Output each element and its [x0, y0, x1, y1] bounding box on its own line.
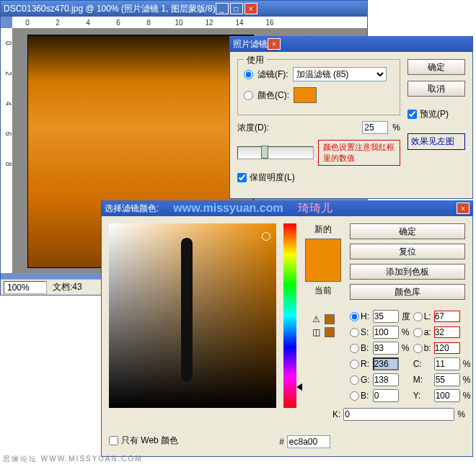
color-radio[interactable]: [244, 91, 253, 100]
l-radio[interactable]: L:: [413, 311, 431, 321]
hue-slider[interactable]: [283, 223, 296, 408]
hint-annotation: 颜色设置注意我红框里的数值: [318, 140, 400, 166]
document-titlebar[interactable]: DSC01360sz470.jpg @ 100% (照片滤镜 1, 图层蒙版/8…: [1, 1, 367, 17]
b-radio[interactable]: B:: [350, 343, 370, 353]
color-picker-title: 选择滤镜颜色:: [105, 203, 159, 215]
y-input[interactable]: [434, 389, 460, 402]
a-input[interactable]: [434, 326, 460, 338]
hint-right: 效果见左图: [407, 133, 465, 150]
minimize-button[interactable]: _: [216, 3, 229, 14]
density-label: 浓度(D):: [237, 122, 269, 134]
color-picker-dialog: 选择滤镜颜色: www.missyuan.com 琦琦儿 × 新的 当前 ⚠ ◫…: [101, 200, 473, 457]
g-input[interactable]: [373, 373, 399, 386]
photo-filter-titlebar[interactable]: 照片滤镜 ×: [230, 36, 472, 52]
c-input[interactable]: [434, 357, 460, 370]
gamut-swatch[interactable]: [325, 314, 335, 324]
density-slider[interactable]: [237, 146, 314, 159]
photo-filter-title: 照片滤镜: [233, 38, 268, 50]
c-label: C:: [413, 359, 431, 369]
close-button[interactable]: ×: [268, 38, 281, 50]
current-label: 当前: [314, 285, 332, 297]
b-input[interactable]: [373, 342, 399, 355]
filter-label: 滤镜(F):: [257, 68, 288, 81]
preview-checkbox[interactable]: [407, 110, 417, 119]
color-library-button[interactable]: 颜色库: [350, 284, 465, 300]
lab-b-input[interactable]: [434, 342, 460, 354]
preserve-luminosity-checkbox[interactable]: [237, 173, 247, 182]
color-label: 颜色(C):: [257, 89, 289, 102]
websafe-swatch[interactable]: [325, 327, 335, 337]
hue-thumb[interactable]: [296, 383, 302, 391]
new-label: 新的: [314, 223, 332, 236]
m-label: M:: [413, 375, 431, 385]
color-swatch[interactable]: [294, 87, 317, 103]
close-button[interactable]: ×: [457, 203, 470, 214]
m-input[interactable]: [434, 373, 460, 386]
gamut-warning-icon[interactable]: ⚠: [312, 314, 322, 324]
web-only-label: 只有 Web 颜色: [121, 435, 178, 447]
author-text: 琦琦儿: [298, 201, 332, 216]
doc-info: 文档:43: [53, 281, 82, 293]
percent-label: %: [392, 123, 400, 133]
hex-input[interactable]: [287, 435, 330, 448]
color-field[interactable]: [109, 223, 276, 408]
color-field-marker[interactable]: [262, 232, 270, 241]
ok-button[interactable]: 确定: [350, 223, 465, 239]
close-button[interactable]: ×: [244, 3, 257, 14]
k-label: K:: [332, 409, 340, 419]
h-radio[interactable]: H:: [350, 311, 370, 321]
web-only-checkbox[interactable]: [109, 436, 118, 445]
k-input[interactable]: [343, 408, 454, 421]
slider-thumb[interactable]: [261, 146, 268, 159]
density-input[interactable]: [362, 121, 388, 134]
y-label: Y:: [413, 391, 431, 401]
zoom-input[interactable]: 100%: [4, 281, 47, 294]
color-picker-titlebar[interactable]: 选择滤镜颜色: www.missyuan.com 琦琦儿 ×: [102, 200, 472, 216]
cancel-button[interactable]: 取消: [407, 81, 465, 97]
lab-b-radio[interactable]: b:: [413, 343, 431, 353]
filter-radio[interactable]: [244, 70, 253, 79]
watermark-text: www.missyuan.com: [173, 202, 283, 215]
footer-watermark: 思缘论坛 WWW.MISSYUAN.COM: [3, 454, 143, 464]
l-input[interactable]: [434, 311, 460, 322]
b2-input[interactable]: [373, 389, 399, 402]
ruler-vertical: 02468: [1, 28, 12, 273]
r-input[interactable]: [373, 357, 399, 370]
use-groupbox: 使用 滤镜(F): 加温滤镜 (85) 颜色(C):: [237, 59, 400, 115]
r-radio[interactable]: R:: [350, 359, 370, 369]
filter-select[interactable]: 加温滤镜 (85): [293, 67, 387, 81]
photo-filter-dialog: 照片滤镜 × 使用 滤镜(F): 加温滤镜 (85) 颜色(C): 浓度(D):: [229, 36, 473, 199]
websafe-warning-icon[interactable]: ◫: [312, 327, 322, 337]
preserve-label: 保留明度(L): [250, 172, 295, 184]
s-radio[interactable]: S:: [350, 327, 370, 337]
a-radio[interactable]: a:: [413, 327, 431, 337]
use-group-title: 使用: [244, 54, 267, 66]
color-preview[interactable]: [305, 239, 341, 282]
s-input[interactable]: [373, 326, 399, 339]
ok-button[interactable]: 确定: [407, 59, 465, 75]
brush-annotation: [181, 238, 193, 382]
reset-button[interactable]: 复位: [350, 244, 465, 259]
b2-radio[interactable]: B:: [350, 391, 370, 401]
preview-label: 预览(P): [420, 108, 449, 120]
hex-label: #: [279, 437, 284, 447]
ruler-horizontal: 0246810121416: [12, 17, 367, 28]
g-radio[interactable]: G:: [350, 375, 370, 385]
add-swatch-button[interactable]: 添加到色板: [350, 264, 465, 280]
document-title: DSC01360sz470.jpg @ 100% (照片滤镜 1, 图层蒙版/8…: [4, 3, 216, 15]
maximize-button[interactable]: □: [230, 3, 243, 14]
h-input[interactable]: [373, 310, 399, 323]
